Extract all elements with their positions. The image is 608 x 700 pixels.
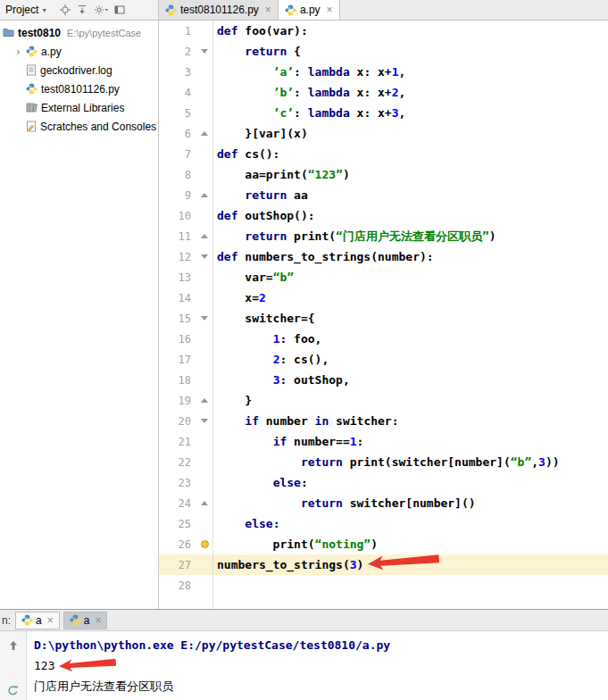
line-number[interactable]: 24 [159, 497, 196, 510]
line-number[interactable]: 25 [159, 518, 196, 530]
code-line-8[interactable]: 8 aa=print(“123”) [159, 164, 608, 185]
code-line-15[interactable]: 15 switcher={ [159, 308, 608, 329]
line-number[interactable]: 10 [159, 210, 196, 222]
code-line-11[interactable]: 11 return print(“门店用户无法查看分区职员”) [159, 226, 608, 246]
line-number[interactable]: 3 [159, 66, 196, 79]
code-editor[interactable]: 1def foo(var):2 return {3 ’a’: lambda x:… [159, 21, 608, 609]
line-number[interactable]: 22 [159, 456, 196, 469]
code-line-23[interactable]: 23 else: [159, 472, 608, 493]
line-number[interactable]: 4 [159, 87, 196, 99]
fold-end-icon[interactable] [201, 501, 208, 505]
tree-item-geckodriver.log[interactable]: geckodriver.log [0, 61, 158, 79]
code-line-3[interactable]: 3 ’a’: lambda x: x+1, [159, 62, 608, 82]
line-number[interactable]: 26 [159, 538, 196, 551]
line-number[interactable]: 27 [159, 559, 196, 571]
run-tab-a-2[interactable]: a× [63, 612, 108, 629]
code-text: 3: outShop, [212, 373, 350, 387]
line-number[interactable]: 9 [159, 189, 196, 202]
tree-item-test0810[interactable]: test0810E:\py\pytestCase [0, 23, 158, 42]
code-line-22[interactable]: 22 return print(switcher[number](“b”,3)) [159, 452, 608, 472]
line-number[interactable]: 28 [159, 579, 196, 592]
fold-end-icon[interactable] [201, 234, 208, 238]
line-number[interactable]: 1 [159, 25, 196, 38]
tree-item-external-libraries[interactable]: External Libraries [0, 98, 158, 117]
run-tab-a-1[interactable]: a× [15, 612, 60, 629]
code-line-4[interactable]: 4 ’b’: lambda x: x+2, [159, 82, 608, 103]
line-number[interactable]: 2 [159, 46, 196, 58]
code-line-7[interactable]: 7def cs(): [159, 144, 608, 164]
line-number[interactable]: 6 [159, 128, 196, 140]
settings-gear-icon[interactable] [94, 4, 108, 15]
line-number[interactable]: 18 [159, 374, 196, 387]
close-icon[interactable]: × [265, 4, 271, 15]
code-line-25[interactable]: 25 else: [159, 513, 608, 534]
code-line-5[interactable]: 5 ’c’: lambda x: x+3, [159, 103, 608, 123]
code-line-26[interactable]: 26 print(“noting”) [159, 534, 608, 554]
code-line-19[interactable]: 19 } [159, 390, 608, 411]
code-line-2[interactable]: 2 return { [159, 41, 608, 62]
log-file-icon [26, 64, 37, 76]
hide-panel-icon[interactable] [114, 4, 125, 15]
line-number[interactable]: 17 [159, 354, 196, 366]
line-number[interactable]: 13 [159, 271, 196, 284]
chevron-right-icon[interactable]: › [14, 46, 22, 57]
line-number[interactable]: 14 [159, 292, 196, 304]
tree-item-a.py[interactable]: ›a.py [0, 42, 158, 61]
close-icon[interactable]: × [95, 615, 101, 626]
intention-bulb-icon[interactable] [201, 540, 209, 548]
line-number[interactable]: 7 [159, 148, 196, 161]
code-text: ’c’: lambda x: x+3, [212, 106, 405, 120]
locate-icon[interactable] [60, 4, 71, 15]
fold-open-icon[interactable] [201, 419, 208, 423]
run-panel-label: n: [2, 614, 11, 627]
up-arrow-icon[interactable] [5, 638, 21, 654]
line-number[interactable]: 12 [159, 251, 196, 263]
code-line-18[interactable]: 18 3: outShop, [159, 370, 608, 390]
line-number[interactable]: 15 [159, 312, 196, 325]
code-line-6[interactable]: 6 }[var](x) [159, 123, 608, 144]
python-file-icon [21, 614, 33, 626]
code-line-14[interactable]: 14 x=2 [159, 288, 608, 308]
fold-open-icon[interactable] [201, 254, 208, 259]
code-line-27[interactable]: 27numbers_to_strings(3) [159, 554, 608, 575]
collapse-all-icon[interactable] [77, 4, 87, 15]
fold-end-icon[interactable] [201, 398, 208, 403]
code-line-9[interactable]: 9 return aa [159, 185, 608, 205]
rerun-icon[interactable] [5, 682, 21, 698]
line-number[interactable]: 19 [159, 395, 196, 407]
run-tab-label: a [84, 614, 90, 627]
project-view-dropdown[interactable]: Project ▼ [4, 4, 49, 16]
fold-end-icon[interactable] [201, 131, 208, 136]
code-line-24[interactable]: 24 return switcher[number]() [159, 493, 608, 513]
code-line-1[interactable]: 1def foo(var): [159, 21, 608, 41]
tab-label: test08101126.py [180, 4, 259, 16]
code-line-10[interactable]: 10def outShop(): [159, 205, 608, 226]
console-line-3: 门店用户无法查看分区职员 [34, 676, 601, 696]
fold-open-icon[interactable] [201, 316, 208, 321]
line-number[interactable]: 11 [159, 230, 196, 243]
line-number[interactable]: 20 [159, 415, 196, 428]
close-icon[interactable]: × [47, 615, 54, 626]
line-number[interactable]: 5 [159, 107, 196, 120]
code-line-16[interactable]: 16 1: foo, [159, 329, 608, 349]
python-file-icon [26, 46, 37, 57]
fold-open-icon[interactable] [201, 49, 208, 54]
code-line-28[interactable]: 28 [159, 575, 608, 596]
line-number[interactable]: 21 [159, 436, 196, 448]
code-line-20[interactable]: 20 if number in switcher: [159, 411, 608, 431]
code-line-12[interactable]: 12def numbers_to_strings(number): [159, 246, 608, 267]
line-number[interactable]: 8 [159, 169, 196, 181]
line-number[interactable]: 23 [159, 477, 196, 489]
line-number[interactable]: 16 [159, 333, 196, 346]
code-line-21[interactable]: 21 if number==1: [159, 431, 608, 452]
tree-item-path: E:\py\pytestCase [67, 28, 141, 38]
code-line-17[interactable]: 17 2: cs(), [159, 349, 608, 370]
code-line-13[interactable]: 13 var=“b” [159, 267, 608, 288]
close-icon[interactable]: × [327, 4, 333, 15]
code-text: switcher={ [212, 312, 315, 325]
editor-tab-a.py[interactable]: a.py× [279, 0, 340, 20]
fold-end-icon[interactable] [201, 193, 208, 197]
editor-tab-test08101126.py[interactable]: test08101126.py× [159, 0, 279, 20]
tree-item-scratches-and-consoles[interactable]: Scratches and Consoles [0, 117, 158, 136]
tree-item-test08101126.py[interactable]: test08101126.py [0, 79, 158, 98]
